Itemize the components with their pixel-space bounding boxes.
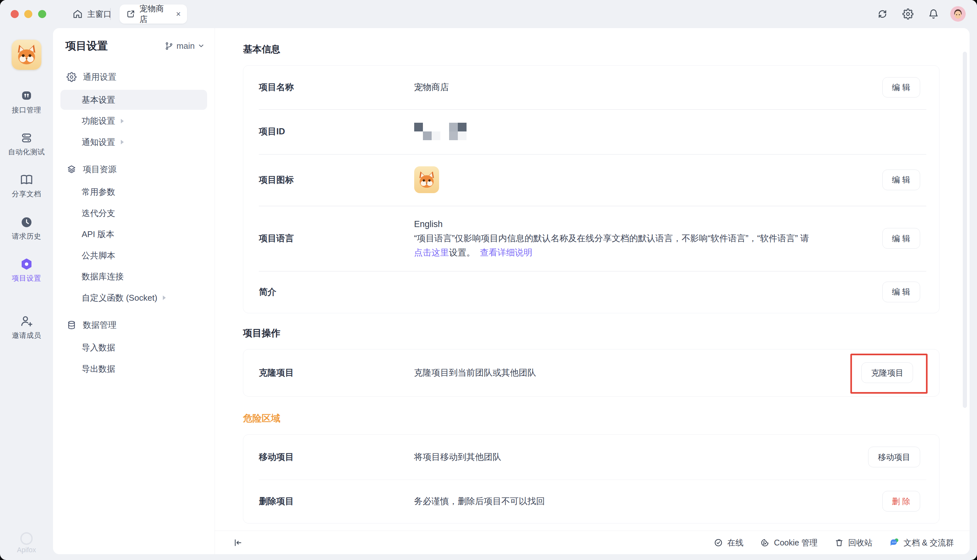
nav-item-common-parameters[interactable]: 常用参数: [60, 182, 207, 202]
branch-name: main: [177, 41, 195, 51]
nav-group-general[interactable]: 通用设置: [60, 65, 207, 88]
view-details-link[interactable]: 查看详细说明: [480, 248, 532, 257]
project-id-masked-value: [414, 123, 467, 140]
nav-item-export-data[interactable]: 导出数据: [60, 359, 207, 379]
close-window-button[interactable]: [11, 10, 19, 18]
edit-project-name-button[interactable]: 编 辑: [882, 77, 920, 98]
row-clone-project: 克隆项目 克隆项目到当前团队或其他团队 克隆项目: [243, 350, 939, 396]
language-description: “项目语言”仅影响项目内信息的默认名称及在线分享文档的默认语言，不影响“软件语言…: [414, 231, 809, 245]
rail-item-project-settings[interactable]: 项目设置: [12, 257, 41, 283]
recycle-bin[interactable]: 回收站: [835, 537, 873, 548]
nav-item-import-data[interactable]: 导入数据: [60, 338, 207, 358]
row-project-intro: 简介 编 辑: [243, 271, 939, 313]
tab-divider: [110, 8, 111, 20]
nav-item-database-connections[interactable]: 数据库连接: [60, 267, 207, 287]
person-plus-icon: [20, 314, 33, 328]
edit-project-icon-button[interactable]: 编 辑: [882, 170, 920, 190]
nav-item-basic-settings[interactable]: 基本设置: [60, 90, 207, 110]
section-title-project-actions: 项目操作: [243, 327, 940, 340]
online-status[interactable]: 在线: [714, 537, 744, 548]
branch-selector[interactable]: main: [165, 41, 205, 51]
git-branch-icon: [165, 42, 173, 50]
cookie-icon: [760, 538, 770, 547]
basic-info-card: 项目名称 宠物商店 编 辑 项目ID: [243, 65, 940, 313]
user-avatar[interactable]: [950, 6, 966, 22]
expand-arrow-icon: [163, 295, 166, 300]
project-name-value: 宠物商店: [414, 82, 449, 93]
clone-project-button[interactable]: 克隆项目: [861, 362, 913, 383]
docs-community[interactable]: 文档 & 交流群: [889, 537, 954, 548]
nav-group-data-management[interactable]: 数据管理: [60, 313, 207, 336]
tab-main-window[interactable]: 主窗口: [67, 5, 116, 24]
nav-item-feature-settings[interactable]: 功能设置: [60, 111, 207, 131]
content-panel: 项目设置 main 通用设置 基本设置 功能设置 通知设置 项目资源: [53, 28, 970, 555]
status-footer: 在线 Cookie 管理 回收站 文档 & 交流群: [215, 531, 970, 554]
rail-item-invite-members[interactable]: 邀请成员: [12, 314, 41, 340]
project-settings-icon: [20, 257, 33, 271]
click-here-link[interactable]: 点击这里: [414, 248, 449, 257]
module-rail: 接口管理 自动化测试 分享文档 请求历史 项目设置: [0, 28, 53, 560]
move-project-button[interactable]: 移动项目: [868, 447, 920, 467]
project-icon-image: [414, 166, 439, 193]
rail-item-label: 分享文档: [12, 189, 41, 199]
rail-item-automated-testing[interactable]: 自动化测试: [8, 131, 45, 157]
rail-item-label: 接口管理: [12, 105, 41, 115]
settings-gear-icon[interactable]: [899, 5, 917, 23]
nav-item-custom-functions[interactable]: 自定义函数 (Socket): [60, 288, 207, 308]
scrollbar-thumb[interactable]: [963, 52, 967, 408]
check-circle-icon: [714, 538, 723, 547]
settings-nav: 通用设置 基本设置 功能设置 通知设置 项目资源 常用参数 迭代分支 API 版…: [53, 60, 215, 379]
clock-icon: [20, 215, 33, 229]
app-window: 主窗口 宠物商店 ×: [0, 0, 977, 560]
nav-item-api-versions[interactable]: API 版本: [60, 225, 207, 245]
edit-project-language-button[interactable]: 编 辑: [882, 228, 920, 249]
rail-item-share-docs[interactable]: 分享文档: [12, 173, 41, 199]
page-title: 项目设置: [65, 39, 108, 53]
home-icon: [72, 9, 83, 19]
row-project-name: 项目名称 宠物商店 编 辑: [243, 65, 939, 109]
tab-close-icon[interactable]: ×: [176, 10, 181, 18]
minimize-window-button[interactable]: [24, 10, 32, 18]
project-language-value: English: [414, 217, 809, 231]
clone-project-description: 克隆项目到当前团队或其他团队: [414, 367, 536, 378]
collapse-sidebar-icon[interactable]: [231, 536, 245, 549]
trash-icon: [835, 538, 844, 547]
project-actions-card: 克隆项目 克隆项目到当前团队或其他团队 克隆项目: [243, 349, 940, 397]
book-icon: [20, 173, 33, 187]
tab-project[interactable]: 宠物商店 ×: [120, 5, 187, 24]
share-window-icon: [126, 9, 135, 19]
expand-arrow-icon: [121, 119, 124, 123]
nav-item-public-scripts[interactable]: 公共脚本: [60, 245, 207, 265]
move-project-description: 将项目移动到其他团队: [414, 451, 502, 463]
section-title-basic-info: 基本信息: [243, 43, 940, 56]
delete-project-description: 务必谨慎，删除后项目不可以找回: [414, 495, 545, 507]
refresh-icon[interactable]: [874, 5, 891, 23]
chevron-down-icon: [198, 42, 205, 49]
zoom-window-button[interactable]: [38, 10, 46, 18]
automated-testing-icon: [20, 131, 33, 145]
row-project-id: 项目ID: [243, 109, 939, 154]
project-avatar[interactable]: [12, 40, 42, 70]
gear-icon: [67, 72, 77, 82]
traffic-lights: [11, 10, 46, 18]
tab-main-window-label: 主窗口: [87, 9, 112, 19]
expand-arrow-icon: [121, 140, 124, 144]
notifications-bell-icon[interactable]: [925, 5, 942, 23]
settings-sidebar: 项目设置 main 通用设置 基本设置 功能设置 通知设置 项目资源: [53, 28, 215, 555]
row-project-language: 项目语言 English “项目语言”仅影响项目内信息的默认名称及在线分享文档的…: [243, 206, 939, 271]
chat-bubbles-icon: [889, 538, 899, 548]
rail-item-label: 自动化测试: [8, 147, 45, 157]
nav-group-project-resources[interactable]: 项目资源: [60, 158, 207, 180]
cookie-management[interactable]: Cookie 管理: [760, 537, 818, 548]
rail-item-request-history[interactable]: 请求历史: [12, 215, 41, 241]
settings-main: 基本信息 项目名称 宠物商店 编 辑 项目ID: [215, 28, 970, 531]
rail-item-api-management[interactable]: 接口管理: [12, 89, 41, 115]
nav-item-iteration-branches[interactable]: 迭代分支: [60, 203, 207, 223]
edit-project-intro-button[interactable]: 编 辑: [882, 282, 920, 302]
tab-project-label: 宠物商店: [140, 3, 172, 25]
apifox-logo: Apifox: [0, 532, 53, 553]
row-delete-project: 删除项目 务必谨慎，删除后项目不可以找回 删 除: [243, 480, 939, 523]
nav-item-notification-settings[interactable]: 通知设置: [60, 132, 207, 152]
delete-project-button[interactable]: 删 除: [882, 491, 920, 512]
database-icon: [67, 320, 77, 330]
